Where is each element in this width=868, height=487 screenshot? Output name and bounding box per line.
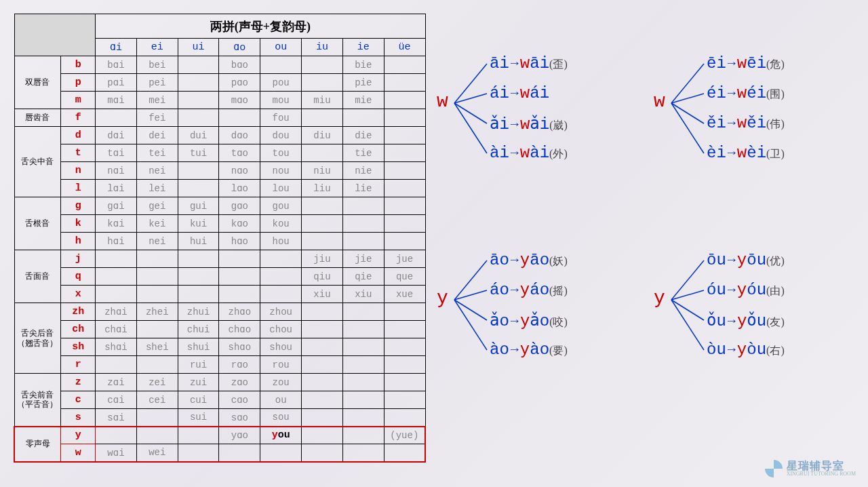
syllable-cell: mou: [260, 92, 302, 109]
syllable-cell: [260, 250, 302, 268]
initial-header: r: [61, 356, 96, 374]
syllable-cell: [384, 197, 425, 215]
syllable-cell: pou: [260, 74, 302, 92]
svg-line-1: [454, 94, 487, 103]
syllable-cell: pie: [342, 74, 384, 92]
diagram-row: ái→wái: [490, 84, 549, 102]
syllable-cell: [96, 250, 137, 268]
syllable-cell: [260, 444, 302, 462]
tone-diagram: yāo→yāo(妖)áo→yáo(摇)ǎo→yǎo(咬)ào→yào(要): [441, 244, 644, 380]
syllable-cell: xue: [384, 286, 425, 303]
syllable-cell: [384, 109, 425, 127]
svg-line-9: [454, 290, 487, 300]
initial-header: t: [61, 144, 96, 162]
syllable-cell: lɑi: [96, 180, 137, 197]
logo-icon: [765, 460, 783, 478]
syllable-cell: [302, 303, 343, 321]
syllable-cell: [384, 127, 425, 144]
svg-line-6: [671, 103, 704, 123]
tone-diagram: yōu→yōu(优)óu→yóu(由)ǒu→yǒu(友)òu→yòu(右): [658, 244, 861, 380]
syllable-cell: [342, 303, 384, 321]
diagram-root: w: [654, 91, 665, 112]
syllable-cell: tui: [178, 144, 219, 162]
syllable-cell: mie: [342, 92, 384, 109]
syllable-cell: [302, 56, 343, 74]
syllable-cell: [342, 197, 384, 215]
initial-header: z: [61, 374, 96, 391]
syllable-cell: [219, 250, 260, 268]
initial-header: zh: [61, 303, 96, 321]
syllable-cell: die: [342, 127, 384, 144]
syllable-cell: [219, 444, 260, 462]
syllable-cell: [302, 427, 343, 444]
syllable-cell: fou: [260, 109, 302, 127]
syllable-cell: [384, 92, 425, 109]
final-header: ui: [178, 39, 219, 56]
syllable-cell: wɑi: [96, 444, 137, 462]
syllable-cell: [178, 286, 219, 303]
category-header: 唇齿音: [14, 109, 61, 127]
svg-line-13: [671, 290, 704, 300]
category-header: 舌面音: [14, 250, 61, 303]
svg-line-10: [454, 300, 487, 320]
syllable-cell: shou: [260, 338, 302, 356]
syllable-cell: bɑi: [96, 56, 137, 74]
syllable-cell: [384, 444, 425, 462]
svg-line-2: [454, 103, 487, 123]
diagram-row: óu→yóu(由): [707, 281, 785, 299]
initial-header: x: [61, 286, 96, 303]
syllable-cell: [302, 338, 343, 356]
syllable-cell: shui: [178, 338, 219, 356]
syllable-cell: chou: [260, 321, 302, 338]
initial-header: m: [61, 92, 96, 109]
syllable-cell: [96, 109, 137, 127]
syllable-cell: [178, 162, 219, 180]
pinyin-table: 两拼(声母+复韵母) ɑieiuiɑoouiuieüe 双唇音bbɑibeibɑ…: [14, 14, 426, 463]
watermark-text: 星瑞辅导室: [787, 460, 856, 472]
syllable-cell: gɑi: [96, 197, 137, 215]
diagram-row: ēi→wēi(危): [707, 54, 785, 73]
syllable-cell: [342, 391, 384, 409]
syllable-cell: tɑi: [96, 144, 137, 162]
syllable-cell: shei: [136, 338, 178, 356]
syllable-cell: bie: [342, 56, 384, 74]
watermark-subtext: XINGRUI TUTORING ROOM: [787, 471, 856, 478]
syllable-cell: zɑi: [96, 374, 137, 391]
syllable-cell: sɑo: [219, 409, 260, 427]
initial-header: p: [61, 74, 96, 92]
initial-header: h: [61, 233, 96, 250]
svg-line-4: [671, 64, 704, 103]
diagram-row: ōu→yōu(优): [707, 251, 785, 269]
syllable-cell: zei: [136, 374, 178, 391]
syllable-cell: [302, 144, 343, 162]
syllable-cell: gui: [178, 197, 219, 215]
syllable-cell: [384, 321, 425, 338]
syllable-cell: kui: [178, 215, 219, 233]
syllable-cell: [178, 74, 219, 92]
syllable-cell: [302, 74, 343, 92]
syllable-cell: tie: [342, 144, 384, 162]
syllable-cell: fei: [136, 109, 178, 127]
syllable-cell: lɑo: [219, 180, 260, 197]
syllable-cell: [136, 427, 178, 444]
svg-line-11: [454, 300, 487, 350]
syllable-cell: mɑi: [96, 92, 137, 109]
syllable-cell: [384, 144, 425, 162]
svg-line-8: [454, 260, 487, 300]
syllable-cell: nɑo: [219, 162, 260, 180]
svg-line-3: [454, 103, 487, 153]
syllable-cell: rɑo: [219, 356, 260, 374]
syllable-cell: [342, 427, 384, 444]
initial-header: ch: [61, 321, 96, 338]
syllable-cell: zhei: [136, 303, 178, 321]
syllable-cell: chɑo: [219, 321, 260, 338]
syllable-cell: pei: [136, 74, 178, 92]
syllable-cell: [384, 56, 425, 74]
syllable-cell: dui: [178, 127, 219, 144]
category-header: 舌根音: [14, 197, 61, 250]
syllable-cell: [96, 286, 137, 303]
syllable-cell: jie: [342, 250, 384, 268]
initial-header: j: [61, 250, 96, 268]
syllable-cell: zɑo: [219, 374, 260, 391]
diagram-row: ǎi→wǎi(崴): [490, 114, 568, 134]
